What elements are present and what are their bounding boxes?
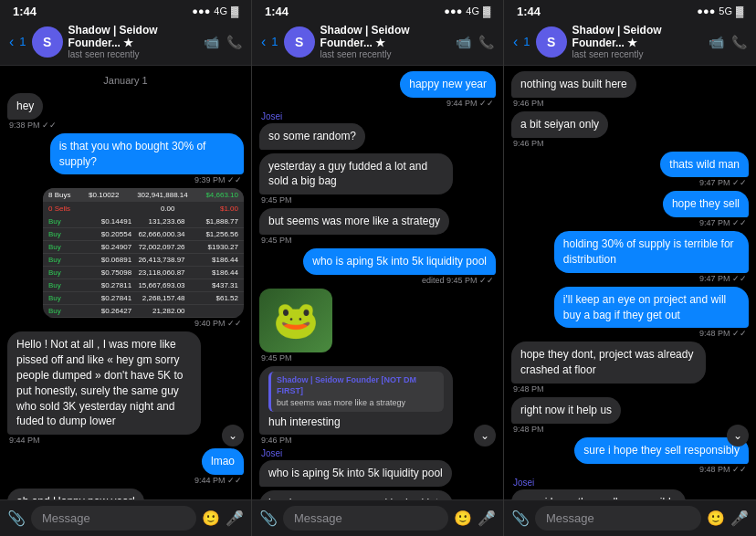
list-item: Shadow | Seidow Founder [NOT DM FIRST] b… [259,366,453,446]
list-item: happy new year 9:44 PM ✓✓ [400,71,496,108]
table-bubble: 8 Buys $0.10022 302,941,888.14 $4,663.10… [43,188,244,318]
header-actions-3: 📹 📞 [709,35,747,49]
message-input-3[interactable]: Message [535,506,701,531]
list-item: Josei who is aping 5k into 5k liquidity … [259,448,452,487]
back-count-3[interactable]: 1 [523,35,530,48]
mic-icon-3[interactable]: 🎤 [730,510,749,527]
table-summary-row: 8 Buys $0.10022 302,941,888.14 $4,663.10 [43,188,244,202]
message-bubble: i'll keep an eye on project and will buy… [554,287,749,329]
scroll-down-button-2[interactable]: ⌄ [474,425,496,447]
battery-icon-1: ▓ [231,5,238,16]
list-item: but seems was more like a strategy 9:45 … [259,208,449,245]
network-label-2: 4G [466,5,479,16]
list-item: Josei sure i hope they sell responsibly [511,478,686,499]
call-icon-1[interactable]: 📞 [226,35,242,49]
status-icons-3: ●●● 5G ▓ [697,5,743,16]
pepe-image: 🐸 [259,289,332,352]
message-bubble: a bit seiyan only [511,111,608,138]
header-actions-2: 📹 📞 [456,35,494,49]
message-time: 9:48 PM [511,384,546,394]
sticker-icon-3[interactable]: 🙂 [707,510,725,527]
header-status-1: last seen recently [68,49,198,59]
message-time: 9:40 PM ✓✓ [193,319,244,328]
list-item: sure i hope they sell responsibly 9:48 P… [574,437,749,474]
chat-header-1: ‹ 1 S Shadow | Seidow Founder... ★ last … [0,20,251,66]
table-row: Buy$0.2055462,666,000.34$1,256.56 [43,228,244,241]
chat-header-3: ‹ 1 S Shadow | Seidow Founder... ★ last … [504,20,756,66]
mic-icon-1[interactable]: 🎤 [226,510,244,527]
status-time-1: 1:44 [13,5,37,18]
signal-icon-1: ●●● [192,5,210,16]
back-button-3[interactable]: ‹ [513,34,518,50]
attachment-icon-2[interactable]: 📎 [259,510,278,527]
message-bubble: sure i hope they sell responsibly [511,489,686,499]
table-summary-row2: 0 Sells 0.00 $1.00 [43,202,244,215]
message-time: 9:48 PM ✓✓ [698,465,749,474]
sticker-icon-2[interactable]: 🙂 [454,510,472,527]
avatar-3: S [536,26,567,58]
status-icons-2: ●●● 4G ▓ [444,5,490,16]
list-item: lmao 9:44 PM ✓✓ [193,448,244,485]
header-name-1: Shadow | Seidow Founder... ★ [68,24,198,49]
date-label-1: January 1 [7,75,244,86]
reply-quote: Shadow | Seidow Founder [NOT DM FIRST] b… [268,372,444,412]
panel-2: 1:44 ●●● 4G ▓ ‹ 1 S Shadow | Seidow Foun… [252,0,504,536]
message-input-1[interactable]: Message [31,506,196,531]
scroll-down-button-1[interactable]: ⌄ [222,425,244,447]
message-bubble: thats wild man [660,152,749,178]
messages-area-3: nothing was built here 9:46 PM a bit sei… [504,66,756,499]
message-bubble: so some random? [259,123,365,150]
list-item: he shown us screen and he had lot of mon… [259,490,453,499]
attachment-icon-3[interactable]: 📎 [511,510,530,527]
message-time: 9:47 PM ✓✓ [698,178,749,187]
message-time: 9:44 PM ✓✓ [445,99,496,108]
video-call-icon-3[interactable]: 📹 [709,35,724,49]
message-time: 9:44 PM ✓✓ [193,476,244,485]
message-bubble: oh and Happy new year! [7,489,144,499]
message-bubble: holding 30% of supply is terrible for di… [554,231,749,273]
message-time: 9:45 PM [259,236,294,245]
avatar-1: S [32,26,63,58]
sender-name: Josei [259,448,282,458]
message-bubble: hope they sell [663,191,749,217]
list-item: i'll keep an eye on project and will buy… [554,287,749,339]
messages-area-1: January 1 hey 9:38 PM ✓✓ is that you who… [0,66,251,499]
message-time: 9:38 PM ✓✓ [7,121,58,130]
message-bubble: who is aping 5k into 5k liquidity pool [259,460,452,487]
scroll-down-button-3[interactable]: ⌄ [727,425,749,447]
back-count-1[interactable]: 1 [19,35,26,48]
message-bubble: who is aping 5k into 5k liquidity pool [303,248,496,275]
video-call-icon-2[interactable]: 📹 [456,35,471,49]
signal-icon-3: ●●● [697,5,715,16]
attachment-icon-1[interactable]: 📎 [7,510,26,527]
mic-icon-2[interactable]: 🎤 [478,510,496,527]
messages-area-2: happy new year 9:44 PM ✓✓ Josei so some … [252,66,503,499]
list-item: thats wild man 9:47 PM ✓✓ [660,152,749,188]
header-name-3: Shadow | Seidow Founder... ★ [572,24,703,49]
sender-name: Josei [259,111,282,121]
call-icon-2[interactable]: 📞 [478,35,494,49]
back-count-2[interactable]: 1 [271,35,278,48]
back-button-1[interactable]: ‹ [9,34,14,50]
sticker-icon-1[interactable]: 🙂 [202,510,220,527]
list-item: hope they dont, project was already cras… [511,342,706,394]
list-item: who is aping 5k into 5k liquidity pool e… [303,248,496,285]
message-time: edited 9:45 PM ✓✓ [420,276,496,285]
battery-icon-3: ▓ [736,5,743,16]
message-time: 9:45 PM [259,195,294,205]
back-button-2[interactable]: ‹ [261,34,266,50]
header-info-3: Shadow | Seidow Founder... ★ last seen r… [572,24,703,59]
table-row: Buy$0.278412,268,157.48$61.52 [43,292,244,305]
avatar-2: S [284,26,315,58]
call-icon-3[interactable]: 📞 [731,35,747,49]
list-item: Hello ! Not at all , I was more like pis… [7,331,201,445]
table-row: Buy$0.7509823,118,060.87$186.44 [43,267,244,279]
table-row: Buy$0.0689126,413,738.97$186.44 [43,254,244,267]
message-bubble: happy new year [400,71,496,98]
message-time: 9:46 PM [511,139,546,148]
message-bubble: is that you who bought 30% of supply? [50,133,244,175]
table-row: Buy$0.2642721,282.00 [43,305,244,318]
message-input-2[interactable]: Message [283,506,448,531]
video-call-icon-1[interactable]: 📹 [204,35,219,49]
message-bubble: nothing was built here [511,71,636,98]
